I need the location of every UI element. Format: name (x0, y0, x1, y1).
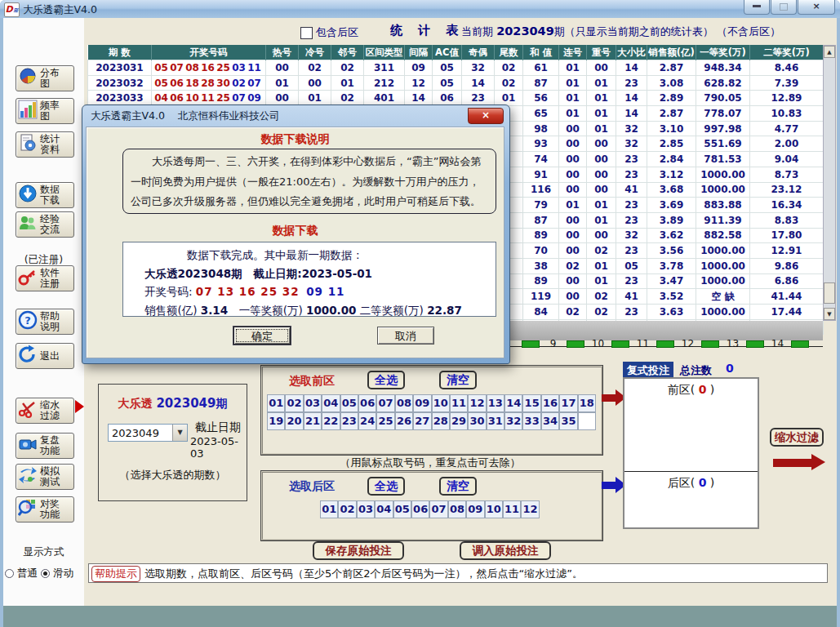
front-number-19[interactable]: 19 (267, 412, 285, 430)
sidebar-button-simulate[interactable]: 模拟 测试 (16, 464, 74, 490)
back-number-05[interactable]: 05 (393, 500, 411, 518)
table-column-header[interactable]: 期 数 (88, 45, 152, 60)
sidebar-button-check-prize[interactable]: 对奖 功能 (16, 496, 74, 522)
dialog-ok-button[interactable]: 确定 (233, 327, 291, 345)
table-column-header[interactable]: 连号 (559, 45, 587, 60)
table-column-header[interactable]: 二等奖(万) (750, 45, 824, 60)
sidebar-button-community[interactable]: 经验 交流 (16, 211, 74, 238)
back-number-09[interactable]: 09 (466, 500, 484, 518)
back-number-03[interactable]: 03 (357, 500, 375, 518)
front-number-03[interactable]: 03 (304, 394, 322, 412)
back-number-04[interactable]: 04 (375, 500, 393, 518)
save-bets-button[interactable]: 保存原始投注 (313, 541, 404, 560)
table-column-header[interactable]: 邻号 (331, 45, 364, 60)
sidebar-button-stats[interactable]: 统计 资料 (16, 131, 74, 158)
front-number-12[interactable]: 12 (468, 394, 486, 412)
table-column-header[interactable]: 一等奖(万) (696, 45, 750, 60)
back-number-01[interactable]: 01 (320, 500, 338, 518)
back-number-11[interactable]: 11 (503, 500, 521, 518)
front-number-30[interactable]: 30 (468, 412, 486, 430)
front-number-02[interactable]: 02 (285, 394, 303, 412)
sidebar-button-replay[interactable]: 复盘 功能 (16, 433, 74, 459)
back-number-07[interactable]: 07 (429, 500, 447, 518)
scrollbar-thumb[interactable] (824, 282, 835, 304)
scroll-up-button[interactable]: ▲ (824, 46, 835, 58)
front-number-18[interactable]: 18 (578, 394, 596, 412)
table-column-header[interactable]: 冷号 (299, 45, 331, 60)
front-number-26[interactable]: 26 (395, 412, 413, 430)
sidebar-button-exit[interactable]: 退出 (16, 343, 74, 369)
front-number-20[interactable]: 20 (285, 412, 303, 430)
front-number-05[interactable]: 05 (340, 394, 358, 412)
radio-sliding[interactable] (41, 569, 50, 578)
period-dropdown[interactable]: 2023049 ▼ (108, 424, 188, 442)
front-number-35[interactable]: 35 (559, 412, 577, 430)
front-number-24[interactable]: 24 (358, 412, 376, 430)
front-number-31[interactable]: 31 (487, 412, 504, 430)
front-number-23[interactable]: 23 (340, 412, 358, 430)
front-number-10[interactable]: 10 (432, 394, 450, 412)
maximize-button[interactable] (771, 0, 797, 15)
sidebar-button-download[interactable]: 数据 下载 (16, 182, 74, 208)
table-row[interactable]: 2023031050708162503110002023110905320261… (88, 60, 824, 76)
minimize-button[interactable] (744, 0, 770, 15)
table-column-header[interactable]: 大小比 (616, 45, 647, 60)
table-column-header[interactable]: 重号 (587, 45, 616, 60)
front-number-08[interactable]: 08 (395, 394, 413, 412)
front-number-07[interactable]: 07 (376, 394, 394, 412)
scroll-down-button[interactable]: ▼ (824, 308, 835, 320)
table-column-header[interactable]: 开奖号码 (152, 45, 266, 60)
back-number-02[interactable]: 02 (338, 500, 356, 518)
back-number-06[interactable]: 06 (411, 500, 429, 518)
sidebar-button-shrink-filter[interactable]: 缩水 过滤 (16, 398, 74, 424)
front-number-06[interactable]: 06 (358, 394, 376, 412)
front-number-14[interactable]: 14 (504, 394, 522, 412)
table-column-header[interactable]: 销售额(亿) (647, 45, 696, 60)
back-select-all-button[interactable]: 全选 (367, 477, 405, 496)
table-column-header[interactable]: 区间类型 (364, 45, 405, 60)
front-number-17[interactable]: 17 (559, 394, 577, 412)
front-clear-button[interactable]: 清空 (439, 371, 477, 389)
front-number-11[interactable]: 11 (450, 394, 468, 412)
front-number-01[interactable]: 01 (267, 394, 285, 412)
shrink-filter-button[interactable]: 缩水过滤 (770, 428, 824, 447)
front-number-28[interactable]: 28 (432, 412, 450, 430)
radio-normal[interactable] (5, 569, 14, 578)
front-number-22[interactable]: 22 (322, 412, 340, 430)
back-clear-button[interactable]: 清空 (439, 477, 477, 496)
chevron-down-icon[interactable]: ▼ (172, 425, 187, 441)
table-row[interactable]: 2023032050618283002070100012121205140287… (88, 75, 824, 91)
table-scrollbar[interactable]: ▲ ▼ (823, 45, 836, 321)
front-number-32[interactable]: 32 (504, 412, 522, 430)
back-number-12[interactable]: 12 (521, 500, 539, 518)
front-number-33[interactable]: 33 (522, 412, 540, 430)
table-column-header[interactable]: 和 值 (523, 45, 559, 60)
dialog-close-button[interactable]: × (468, 108, 504, 124)
front-select-all-button[interactable]: 全选 (367, 371, 405, 389)
front-number-21[interactable]: 21 (304, 412, 322, 430)
front-number-13[interactable]: 13 (487, 394, 504, 412)
table-column-header[interactable]: 间隔 (405, 45, 433, 60)
front-number-34[interactable]: 34 (541, 412, 559, 430)
table-column-header[interactable]: 热号 (266, 45, 299, 60)
front-number-25[interactable]: 25 (376, 412, 394, 430)
sidebar-button-register[interactable]: 软件 注册 (16, 265, 74, 291)
dialog-cancel-button[interactable]: 取消 (377, 327, 434, 345)
include-back-checkbox[interactable] (300, 27, 313, 39)
front-number-16[interactable]: 16 (541, 394, 559, 412)
load-bets-button[interactable]: 调入原始投注 (460, 541, 551, 560)
front-number-09[interactable]: 09 (413, 394, 431, 412)
front-number-29[interactable]: 29 (450, 412, 468, 430)
back-number-08[interactable]: 08 (448, 500, 466, 518)
front-number-04[interactable]: 04 (322, 394, 340, 412)
back-number-10[interactable]: 10 (485, 500, 503, 518)
close-button[interactable]: × (798, 0, 835, 15)
table-column-header[interactable]: AC值 (433, 45, 462, 60)
table-column-header[interactable]: 尾数 (495, 45, 523, 60)
table-column-header[interactable]: 奇偶 (462, 45, 495, 60)
sidebar-button-help[interactable]: ? 帮助 说明 (16, 309, 74, 335)
front-number-15[interactable]: 15 (522, 394, 540, 412)
sidebar-button-distribution[interactable]: 分布 图 (16, 65, 74, 91)
front-number-27[interactable]: 27 (413, 412, 431, 430)
table-row[interactable]: 2023033040610112507090001024011406230156… (88, 91, 824, 106)
